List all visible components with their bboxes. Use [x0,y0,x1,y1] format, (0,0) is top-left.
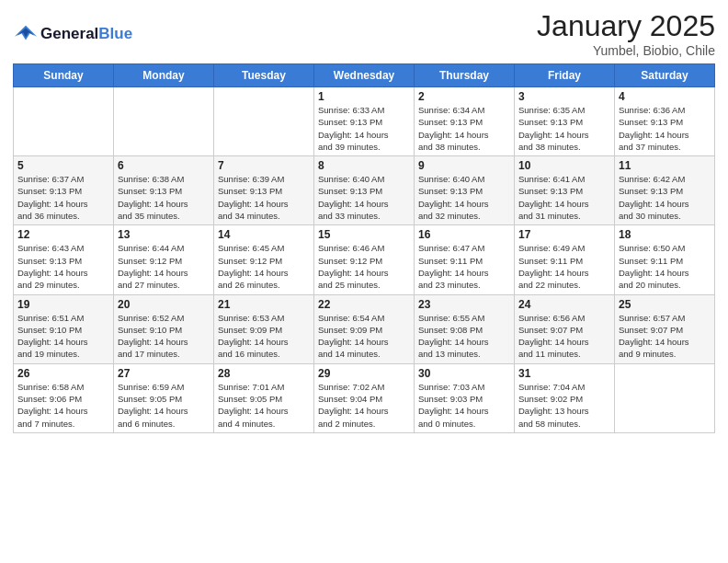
calendar-cell: 25Sunrise: 6:57 AMSunset: 9:07 PMDayligh… [615,294,715,363]
calendar-cell: 1Sunrise: 6:33 AMSunset: 9:13 PMDaylight… [314,87,415,156]
day-number: 21 [218,298,310,311]
calendar-cell: 29Sunrise: 7:02 AMSunset: 9:04 PMDayligh… [314,363,415,432]
calendar-cell: 2Sunrise: 6:34 AMSunset: 9:13 PMDaylight… [415,87,515,156]
calendar-cell: 12Sunrise: 6:43 AMSunset: 9:13 PMDayligh… [14,225,114,294]
day-info: Sunrise: 6:42 AMSunset: 9:13 PMDaylight:… [619,173,711,222]
day-info: Sunrise: 6:36 AMSunset: 9:13 PMDaylight:… [619,104,711,153]
calendar-cell [615,363,715,432]
calendar-cell: 6Sunrise: 6:38 AMSunset: 9:13 PMDaylight… [114,156,214,225]
calendar-cell: 21Sunrise: 6:53 AMSunset: 9:09 PMDayligh… [214,294,314,363]
day-number: 7 [218,159,310,172]
weekday-header-wednesday: Wednesday [314,64,415,87]
day-info: Sunrise: 6:52 AMSunset: 9:10 PMDaylight:… [118,312,210,361]
day-number: 16 [418,228,510,241]
day-info: Sunrise: 6:51 AMSunset: 9:10 PMDaylight:… [17,312,109,361]
title-block: January 2025 Yumbel, Biobio, Chile [537,9,715,58]
day-info: Sunrise: 6:45 AMSunset: 9:12 PMDaylight:… [218,242,310,291]
calendar-week-3: 12Sunrise: 6:43 AMSunset: 9:13 PMDayligh… [14,225,715,294]
day-info: Sunrise: 6:56 AMSunset: 9:07 PMDaylight:… [518,312,610,361]
day-number: 28 [218,367,310,380]
day-info: Sunrise: 6:38 AMSunset: 9:13 PMDaylight:… [118,173,210,222]
day-number: 5 [17,159,109,172]
day-number: 13 [118,228,210,241]
calendar-cell: 4Sunrise: 6:36 AMSunset: 9:13 PMDaylight… [615,87,715,156]
day-number: 11 [619,159,711,172]
day-number: 22 [318,298,410,311]
day-info: Sunrise: 6:44 AMSunset: 9:12 PMDaylight:… [118,242,210,291]
day-number: 8 [318,159,410,172]
day-number: 17 [518,228,610,241]
calendar-cell: 11Sunrise: 6:42 AMSunset: 9:13 PMDayligh… [615,156,715,225]
calendar-cell: 22Sunrise: 6:54 AMSunset: 9:09 PMDayligh… [314,294,415,363]
day-info: Sunrise: 6:37 AMSunset: 9:13 PMDaylight:… [17,173,109,222]
calendar-cell: 17Sunrise: 6:49 AMSunset: 9:11 PMDayligh… [515,225,615,294]
day-info: Sunrise: 7:03 AMSunset: 9:03 PMDaylight:… [418,381,510,430]
day-number: 4 [619,90,711,103]
calendar-cell: 23Sunrise: 6:55 AMSunset: 9:08 PMDayligh… [415,294,515,363]
day-number: 10 [518,159,610,172]
calendar-cell: 31Sunrise: 7:04 AMSunset: 9:02 PMDayligh… [515,363,615,432]
calendar-cell [214,87,314,156]
calendar-cell: 5Sunrise: 6:37 AMSunset: 9:13 PMDaylight… [14,156,114,225]
calendar-cell: 10Sunrise: 6:41 AMSunset: 9:13 PMDayligh… [515,156,615,225]
day-number: 31 [518,367,610,380]
calendar-cell: 8Sunrise: 6:40 AMSunset: 9:13 PMDaylight… [314,156,415,225]
weekday-header-saturday: Saturday [615,64,715,87]
calendar-cell [14,87,114,156]
weekday-header-row: SundayMondayTuesdayWednesdayThursdayFrid… [14,64,715,87]
calendar-cell: 9Sunrise: 6:40 AMSunset: 9:13 PMDaylight… [415,156,515,225]
calendar-cell: 18Sunrise: 6:50 AMSunset: 9:11 PMDayligh… [615,225,715,294]
page: GeneralBlue January 2025 Yumbel, Biobio,… [0,0,728,563]
calendar-week-5: 26Sunrise: 6:58 AMSunset: 9:06 PMDayligh… [14,363,715,432]
calendar-cell: 3Sunrise: 6:35 AMSunset: 9:13 PMDaylight… [515,87,615,156]
calendar-cell: 16Sunrise: 6:47 AMSunset: 9:11 PMDayligh… [415,225,515,294]
weekday-header-monday: Monday [114,64,214,87]
day-number: 12 [17,228,109,241]
calendar-cell: 19Sunrise: 6:51 AMSunset: 9:10 PMDayligh… [14,294,114,363]
calendar-cell: 15Sunrise: 6:46 AMSunset: 9:12 PMDayligh… [314,225,415,294]
day-info: Sunrise: 6:47 AMSunset: 9:11 PMDaylight:… [418,242,510,291]
day-info: Sunrise: 6:39 AMSunset: 9:13 PMDaylight:… [218,173,310,222]
day-number: 20 [118,298,210,311]
weekday-header-thursday: Thursday [415,64,515,87]
day-info: Sunrise: 6:59 AMSunset: 9:05 PMDaylight:… [118,381,210,430]
day-number: 9 [418,159,510,172]
weekday-header-sunday: Sunday [14,64,114,87]
calendar-cell: 26Sunrise: 6:58 AMSunset: 9:06 PMDayligh… [14,363,114,432]
day-info: Sunrise: 6:40 AMSunset: 9:13 PMDaylight:… [318,173,410,222]
calendar-cell: 27Sunrise: 6:59 AMSunset: 9:05 PMDayligh… [114,363,214,432]
day-info: Sunrise: 6:49 AMSunset: 9:11 PMDaylight:… [518,242,610,291]
day-info: Sunrise: 7:01 AMSunset: 9:05 PMDaylight:… [218,381,310,430]
day-info: Sunrise: 6:55 AMSunset: 9:08 PMDaylight:… [418,312,510,361]
logo: GeneralBlue [13,21,132,47]
calendar-cell: 14Sunrise: 6:45 AMSunset: 9:12 PMDayligh… [214,225,314,294]
day-info: Sunrise: 6:54 AMSunset: 9:09 PMDaylight:… [318,312,410,361]
day-number: 26 [17,367,109,380]
day-number: 1 [318,90,410,103]
day-number: 29 [318,367,410,380]
day-info: Sunrise: 6:43 AMSunset: 9:13 PMDaylight:… [17,242,109,291]
day-info: Sunrise: 6:50 AMSunset: 9:11 PMDaylight:… [619,242,711,291]
calendar-week-1: 1Sunrise: 6:33 AMSunset: 9:13 PMDaylight… [14,87,715,156]
day-info: Sunrise: 6:34 AMSunset: 9:13 PMDaylight:… [418,104,510,153]
day-info: Sunrise: 6:35 AMSunset: 9:13 PMDaylight:… [518,104,610,153]
day-number: 6 [118,159,210,172]
calendar-title: January 2025 [537,9,715,43]
calendar-week-2: 5Sunrise: 6:37 AMSunset: 9:13 PMDaylight… [14,156,715,225]
calendar-cell: 13Sunrise: 6:44 AMSunset: 9:12 PMDayligh… [114,225,214,294]
day-number: 19 [17,298,109,311]
day-number: 15 [318,228,410,241]
day-info: Sunrise: 6:53 AMSunset: 9:09 PMDaylight:… [218,312,310,361]
day-number: 25 [619,298,711,311]
weekday-header-tuesday: Tuesday [214,64,314,87]
day-info: Sunrise: 6:57 AMSunset: 9:07 PMDaylight:… [619,312,711,361]
calendar-table: SundayMondayTuesdayWednesdayThursdayFrid… [13,63,715,433]
day-info: Sunrise: 6:41 AMSunset: 9:13 PMDaylight:… [518,173,610,222]
day-number: 30 [418,367,510,380]
day-number: 23 [418,298,510,311]
day-info: Sunrise: 7:02 AMSunset: 9:04 PMDaylight:… [318,381,410,430]
day-number: 24 [518,298,610,311]
day-info: Sunrise: 6:40 AMSunset: 9:13 PMDaylight:… [418,173,510,222]
day-info: Sunrise: 6:33 AMSunset: 9:13 PMDaylight:… [318,104,410,153]
weekday-header-friday: Friday [515,64,615,87]
